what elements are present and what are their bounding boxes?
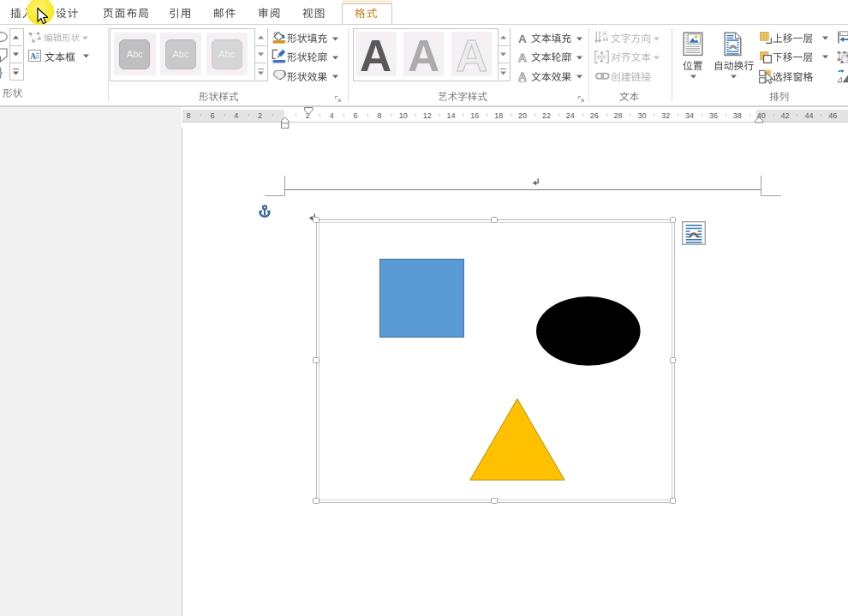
svg-text:A: A [602, 31, 607, 38]
svg-text:A: A [456, 32, 487, 75]
svg-text:A: A [30, 51, 37, 61]
svg-text:A: A [408, 32, 439, 75]
svg-text:A: A [518, 33, 527, 45]
svg-text:A: A [360, 32, 391, 75]
svg-text:A: A [518, 51, 527, 64]
